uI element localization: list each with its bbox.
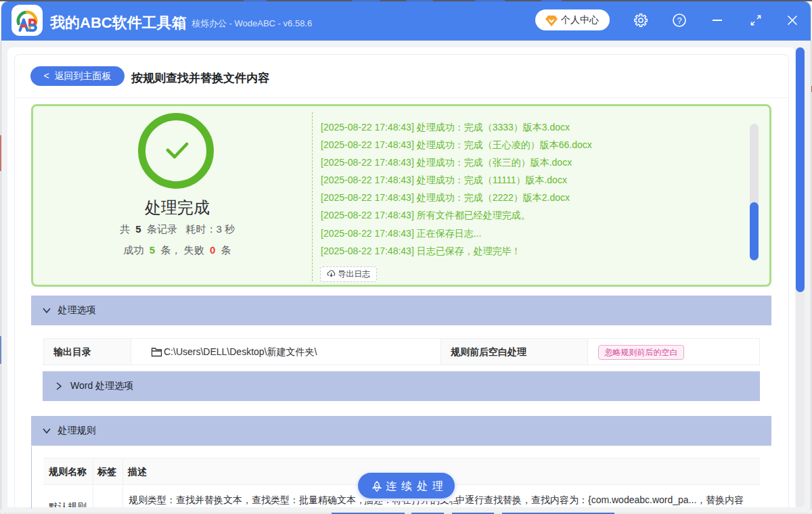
svg-text:?: ? [677, 16, 681, 26]
